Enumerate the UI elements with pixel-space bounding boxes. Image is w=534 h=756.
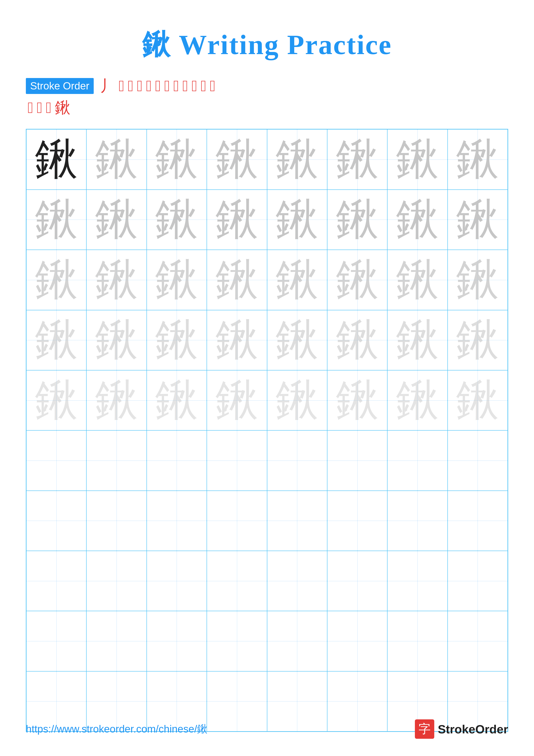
grid-cell-r7-c2[interactable] [87,491,146,551]
grid-cell-r8-c1[interactable] [26,551,87,611]
grid-cell-r7-c8[interactable] [447,491,508,551]
grid-cell-r5-c4[interactable]: 鍬 [207,370,267,430]
stroke-char-10: 𠄏 [191,77,197,95]
grid-cell-r7-c6[interactable] [327,491,387,551]
grid-cell-r4-c4[interactable]: 鍬 [207,310,267,370]
footer-url[interactable]: https://www.strokeorder.com/chinese/鍬 [26,722,207,736]
grid-cell-r1-c2[interactable]: 鍬 [87,129,146,189]
grid-cell-r5-c5[interactable]: 鍬 [267,370,327,430]
grid-cell-r9-c5[interactable] [267,611,327,671]
grid-cell-r6-c3[interactable] [147,430,207,491]
stroke-char-1: 丿 [100,77,115,95]
stroke-char-2: 𠂇 [119,77,124,95]
stroke-order-badge: Stroke Order [26,78,94,94]
grid-cell-r2-c1[interactable]: 鍬 [26,190,87,250]
grid-cell-r6-c2[interactable] [87,430,146,491]
char-display: 鍬 [35,379,78,422]
grid-cell-r3-c3[interactable]: 鍬 [147,250,207,310]
grid-cell-r5-c2[interactable]: 鍬 [87,370,146,430]
grid-cell-r1-c8[interactable]: 鍬 [447,129,508,189]
grid-cell-r1-c5[interactable]: 鍬 [267,129,327,189]
grid-cell-r8-c5[interactable] [267,551,327,611]
char-display: 鍬 [456,258,499,302]
grid-cell-r4-c5[interactable]: 鍬 [267,310,327,370]
grid-cell-r6-c8[interactable] [447,430,508,491]
grid-cell-r2-c8[interactable]: 鍬 [447,190,508,250]
grid-cell-r4-c7[interactable]: 鍬 [387,310,447,370]
stroke-order-row2: 𠄒 𠄓 𠄔 鍬 [26,97,508,118]
char-display: 鍬 [95,379,138,422]
grid-cell-r1-c7[interactable]: 鍬 [387,129,447,189]
grid-cell-r2-c3[interactable]: 鍬 [147,190,207,250]
char-display: 鍬 [275,198,318,241]
grid-cell-r8-c8[interactable] [447,551,508,611]
char-display: 鍬 [275,379,318,422]
footer-logo: 字 StrokeOrder [415,719,508,739]
stroke-char-16: 鍬 [55,97,70,118]
stroke-char-5: 𠃌 [146,77,152,95]
grid-cell-r4-c3[interactable]: 鍬 [147,310,207,370]
grid-cell-r4-c1[interactable]: 鍬 [26,310,87,370]
grid-cell-r3-c1[interactable]: 鍬 [26,250,87,310]
stroke-order-section: Stroke Order 丿 𠂇 𠂊 𠃋 𠃌 𠃍 𠄌 𠄎 𠄍 𠄏 𠄐 𠄑 𠄒 𠄓… [26,77,508,118]
grid-cell-r7-c4[interactable] [207,491,267,551]
grid-cell-r4-c2[interactable]: 鍬 [87,310,146,370]
grid-cell-r8-c7[interactable] [387,551,447,611]
char-display: 鍬 [155,379,198,422]
grid-cell-r1-c1[interactable]: 鍬 [26,129,87,189]
page-title: 鍬 Writing Practice [142,26,392,64]
grid-cell-r7-c1[interactable] [26,491,87,551]
grid-cell-r7-c5[interactable] [267,491,327,551]
grid-cell-r9-c1[interactable] [26,611,87,671]
grid-cell-r9-c7[interactable] [387,611,447,671]
footer-logo-text: StrokeOrder [438,722,508,736]
stroke-char-8: 𠄎 [173,77,179,95]
char-display: 鍬 [275,138,318,181]
stroke-char-15: 𠄔 [46,99,51,117]
grid-cell-r6-c7[interactable] [387,430,447,491]
grid-cell-r4-c8[interactable]: 鍬 [447,310,508,370]
grid-cell-r9-c6[interactable] [327,611,387,671]
grid-cell-r6-c1[interactable] [26,430,87,491]
grid-cell-r8-c2[interactable] [87,551,146,611]
grid-cell-r9-c4[interactable] [207,611,267,671]
grid-cell-r3-c2[interactable]: 鍬 [87,250,146,310]
char-display: 鍬 [396,318,439,362]
grid-cell-r5-c1[interactable]: 鍬 [26,370,87,430]
grid-cell-r3-c8[interactable]: 鍬 [447,250,508,310]
grid-cell-r9-c2[interactable] [87,611,146,671]
grid-cell-r5-c7[interactable]: 鍬 [387,370,447,430]
char-display: 鍬 [396,258,439,302]
grid-cell-r5-c6[interactable]: 鍬 [327,370,387,430]
char-display: 鍬 [95,258,138,302]
footer: https://www.strokeorder.com/chinese/鍬 字 … [26,719,508,739]
grid-cell-r6-c5[interactable] [267,430,327,491]
grid-cell-r1-c6[interactable]: 鍬 [327,129,387,189]
grid-cell-r2-c2[interactable]: 鍬 [87,190,146,250]
grid-cell-r3-c4[interactable]: 鍬 [207,250,267,310]
char-display: 鍬 [35,138,78,181]
char-display: 鍬 [456,379,499,422]
grid-cell-r4-c6[interactable]: 鍬 [327,310,387,370]
grid-cell-r6-c6[interactable] [327,430,387,491]
grid-cell-r2-c6[interactable]: 鍬 [327,190,387,250]
grid-cell-r5-c3[interactable]: 鍬 [147,370,207,430]
grid-cell-r7-c3[interactable] [147,491,207,551]
grid-cell-r8-c6[interactable] [327,551,387,611]
grid-cell-r2-c7[interactable]: 鍬 [387,190,447,250]
grid-cell-r7-c7[interactable] [387,491,447,551]
grid-cell-r3-c7[interactable]: 鍬 [387,250,447,310]
grid-cell-r2-c5[interactable]: 鍬 [267,190,327,250]
grid-cell-r1-c3[interactable]: 鍬 [147,129,207,189]
grid-cell-r8-c4[interactable] [207,551,267,611]
stroke-char-14: 𠄓 [37,99,42,117]
grid-cell-r6-c4[interactable] [207,430,267,491]
grid-cell-r9-c8[interactable] [447,611,508,671]
grid-cell-r9-c3[interactable] [147,611,207,671]
grid-cell-r3-c6[interactable]: 鍬 [327,250,387,310]
grid-cell-r1-c4[interactable]: 鍬 [207,129,267,189]
grid-cell-r3-c5[interactable]: 鍬 [267,250,327,310]
grid-cell-r8-c3[interactable] [147,551,207,611]
grid-cell-r5-c8[interactable]: 鍬 [447,370,508,430]
grid-cell-r2-c4[interactable]: 鍬 [207,190,267,250]
